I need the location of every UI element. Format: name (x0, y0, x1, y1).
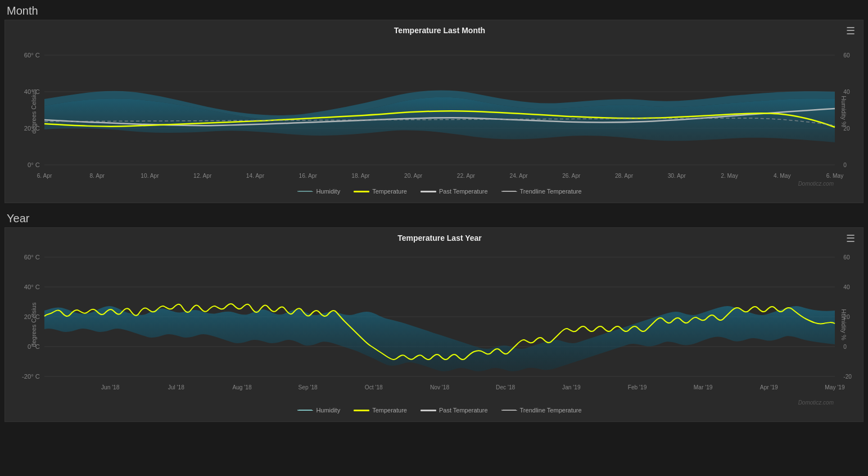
year-chart-title: Temperature Last Year (44, 233, 835, 243)
year-legend-trendline: Trendline Temperature (501, 407, 582, 414)
month-section-label: Month (0, 0, 868, 20)
month-watermark: Domoticz.com (798, 181, 834, 187)
svg-text:Jul '18: Jul '18 (168, 384, 184, 390)
year-watermark: Domoticz.com (798, 399, 834, 406)
month-hamburger-icon[interactable]: ☰ (846, 26, 855, 36)
svg-text:Sep '18: Sep '18 (299, 384, 318, 390)
svg-text:8. Apr: 8. Apr (89, 173, 105, 179)
svg-text:24. Apr: 24. Apr (509, 173, 528, 179)
svg-text:10. Apr: 10. Apr (141, 173, 159, 179)
svg-text:Nov '18: Nov '18 (430, 384, 450, 390)
svg-text:Dec '18: Dec '18 (496, 384, 516, 390)
svg-text:60° C: 60° C (24, 52, 40, 59)
svg-text:6. May: 6. May (826, 173, 844, 179)
month-chart-svg: 60° C 40° C 20° C 0° C 6. Apr 8. Apr 10.… (44, 38, 835, 185)
svg-text:40: 40 (843, 89, 850, 95)
month-legend-trendline: Trendline Temperature (501, 188, 582, 195)
svg-text:40° C: 40° C (24, 284, 40, 290)
svg-text:0° C: 0° C (28, 161, 40, 168)
svg-text:60: 60 (843, 254, 850, 261)
svg-text:22. Apr: 22. Apr (457, 173, 476, 179)
month-chart-legend: Humidity Temperature Past Temperature Tr… (44, 188, 835, 197)
svg-text:Oct '18: Oct '18 (365, 384, 383, 390)
svg-text:Feb '19: Feb '19 (628, 384, 647, 390)
year-y-axis-left-label: degrees Celsius (30, 303, 37, 347)
month-legend-past-temperature: Past Temperature (421, 188, 488, 195)
svg-text:-20° C: -20° C (22, 373, 40, 380)
svg-text:Apr '19: Apr '19 (760, 384, 778, 390)
year-section: Year Temperature Last Year ☰ degrees Cel… (0, 208, 868, 422)
year-chart-container: Temperature Last Year ☰ degrees Celsius … (4, 227, 864, 422)
year-chart-legend: Humidity Temperature Past Temperature Tr… (44, 407, 835, 416)
svg-text:40: 40 (843, 284, 850, 290)
year-chart-svg: 60° C 40° C 20° C 0° C -20° C Jun '18 Ju… (44, 246, 835, 403)
svg-text:60: 60 (843, 52, 850, 59)
svg-text:20. Apr: 20. Apr (404, 173, 423, 179)
svg-text:26. Apr: 26. Apr (562, 173, 581, 179)
year-legend-past-temperature: Past Temperature (421, 407, 488, 414)
svg-text:0: 0 (843, 162, 847, 168)
month-y-axis-left-label: degrees Celsius (30, 89, 37, 134)
year-chart-area: degrees Celsius Humidity % 60° C 4 (44, 246, 835, 403)
month-chart-title: Temperature Last Month (44, 26, 835, 35)
svg-text:Jan '19: Jan '19 (562, 384, 581, 390)
svg-text:12. Apr: 12. Apr (193, 173, 212, 179)
svg-text:6. Apr: 6. Apr (37, 173, 52, 179)
svg-text:Jun '18: Jun '18 (101, 384, 120, 390)
year-section-label: Year (0, 208, 868, 227)
svg-text:60° C: 60° C (24, 254, 40, 261)
svg-text:18. Apr: 18. Apr (351, 173, 370, 179)
month-y-axis-right-label: Humidity % (840, 96, 847, 127)
svg-text:2. May: 2. May (721, 173, 738, 179)
svg-text:4. May: 4. May (774, 173, 791, 179)
month-chart-area: degrees Celsius Humidity % 60° C 40° C (44, 38, 835, 185)
svg-text:May '19: May '19 (825, 384, 845, 390)
month-legend-temperature: Temperature (354, 188, 407, 195)
month-section: Month Temperature Last Month ☰ degrees C… (0, 0, 868, 203)
year-y-axis-right-label: Humidity % (840, 309, 847, 340)
svg-text:0: 0 (843, 344, 847, 350)
month-chart-container: Temperature Last Month ☰ degrees Celsius… (4, 20, 864, 203)
svg-text:Mar '19: Mar '19 (694, 384, 713, 390)
svg-text:16. Apr: 16. Apr (299, 173, 318, 179)
svg-text:30. Apr: 30. Apr (668, 173, 686, 179)
svg-text:-20: -20 (843, 374, 852, 380)
svg-text:Aug '18: Aug '18 (232, 384, 252, 390)
year-legend-humidity: Humidity (297, 407, 340, 414)
svg-text:14. Apr: 14. Apr (246, 173, 265, 179)
svg-text:28. Apr: 28. Apr (615, 173, 634, 179)
month-legend-humidity: Humidity (297, 188, 340, 195)
year-legend-temperature: Temperature (354, 407, 407, 414)
year-hamburger-icon[interactable]: ☰ (846, 233, 855, 244)
